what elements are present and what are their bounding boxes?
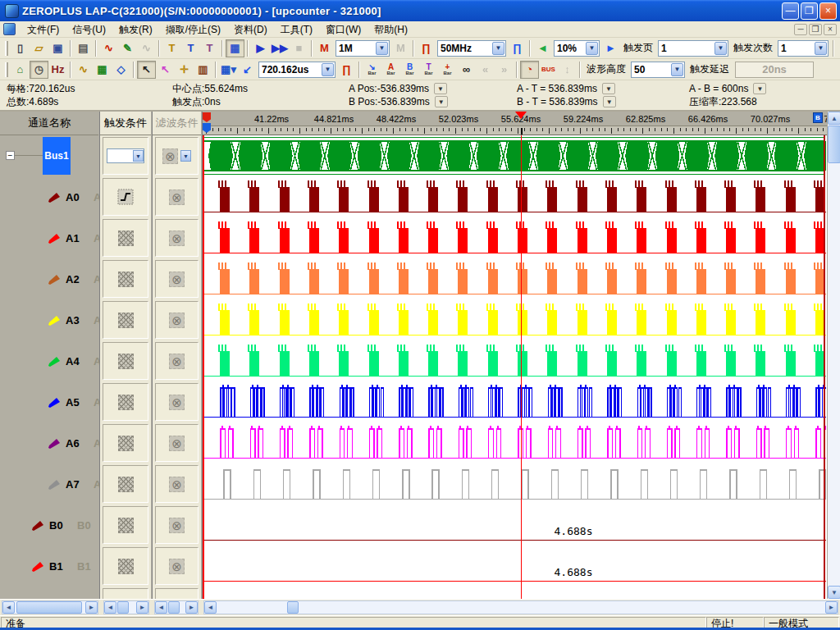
pen-color-icon[interactable] [48, 356, 62, 368]
restore-button[interactable]: ❐ [801, 2, 818, 20]
chevron-down-icon[interactable]: ▼ [815, 42, 827, 55]
channel-row-B0[interactable]: B0B0 [0, 504, 98, 546]
sample-rate-combo[interactable]: 50MHz▼ [437, 40, 506, 57]
chevron-down-icon[interactable]: ▼ [180, 150, 191, 162]
trigger-cell-A2[interactable] [100, 258, 151, 299]
square-wave-icon[interactable]: ∏ [508, 39, 527, 57]
waveform-row-blank[interactable] [203, 587, 827, 599]
save-icon[interactable]: ▣ [48, 39, 67, 57]
bus-filter-combo[interactable]: ⊗▼ [162, 148, 191, 164]
waveform-row-A3[interactable] [203, 299, 827, 340]
trigger-count-combo[interactable]: 1▼ [778, 40, 829, 57]
open-file-icon[interactable]: ▱ [30, 39, 48, 57]
channel-row-A4[interactable]: A4A4 [0, 340, 98, 381]
menu-item-3[interactable]: 撷取/停止(S) [159, 22, 227, 37]
filter-cell-B0[interactable]: ⊗ [153, 504, 201, 546]
trigger-cell-A3[interactable] [100, 299, 151, 340]
module-status-icon[interactable]: ▦ [226, 39, 244, 57]
b-bar-right-flag-icon[interactable]: B [813, 112, 823, 123]
trigger-level-icon[interactable]: ◄ [533, 39, 552, 57]
filter-cell-box[interactable]: ⊗ [155, 342, 199, 380]
b-bar-line[interactable] [824, 135, 825, 599]
sample-rate-icon[interactable]: ∏ [417, 39, 436, 57]
waveform-row-A7[interactable] [203, 463, 827, 504]
filter-cell-box[interactable]: ⊗ [155, 260, 199, 298]
wave-height-combo[interactable]: 50▼ [631, 62, 685, 78]
bus-trigger-combo[interactable]: ▼ [107, 148, 144, 163]
filter-cell-A4[interactable]: ⊗ [153, 340, 201, 381]
frequency-icon[interactable]: Hz [48, 61, 67, 79]
toolbar-grip[interactable] [5, 41, 8, 56]
trigger-hscrollbar[interactable]: ◄ ► [103, 600, 149, 614]
minimize-button[interactable]: — [782, 2, 799, 20]
sampling-setup-icon[interactable]: ∿ [99, 39, 118, 57]
run-repeat-icon[interactable]: ▶▶ [270, 39, 290, 57]
trigger-mark-icon[interactable]: T [181, 39, 200, 57]
filter-cell-A1[interactable]: ⊗ [153, 217, 201, 258]
channel-row-blank[interactable] [0, 587, 98, 599]
trigger-cell-box[interactable] [103, 260, 148, 298]
waveform-hscrollbar[interactable]: ◄ ► [203, 600, 838, 614]
scroll-thumb[interactable] [168, 601, 180, 614]
filter-cell-box[interactable]: ⊗ [155, 301, 199, 339]
b-t-dropdown[interactable]: ▼ [603, 96, 616, 107]
chevron-down-icon[interactable]: ▼ [671, 63, 683, 76]
filter-cell-box[interactable]: ⊗ [155, 383, 199, 421]
vertical-scrollbar[interactable]: ▲ ▼ [827, 112, 840, 599]
waveform-row-A2[interactable] [203, 258, 827, 299]
filter-cell-box[interactable]: ⊗ [155, 588, 199, 599]
filter-cell-A6[interactable]: ⊗ [153, 422, 201, 463]
hand-tool-icon[interactable]: ✛ [175, 61, 194, 79]
chevron-down-icon[interactable]: ▼ [586, 42, 598, 55]
trigger-cell-box[interactable] [103, 547, 148, 585]
trigger-cell-box[interactable] [103, 342, 148, 380]
filter-cell-box[interactable]: ⊗▼ [155, 137, 199, 175]
b-bar-icon[interactable]: BBar [400, 61, 419, 79]
print-icon[interactable]: ▤ [74, 39, 93, 57]
pulse-search-icon[interactable]: ∏ [337, 61, 356, 79]
filter-cell-A0[interactable]: ⊗ [153, 176, 201, 217]
menu-item-4[interactable]: 资料(D) [227, 22, 274, 37]
channel-row-A0[interactable]: A0A0 [0, 176, 98, 217]
trigger-cell-A1[interactable] [100, 217, 151, 258]
t-bar-icon[interactable]: TBar [419, 61, 438, 79]
trigger-cell-box[interactable] [103, 178, 148, 216]
scroll-left-icon[interactable]: ◄ [2, 601, 15, 614]
trigger-cell-A0[interactable] [100, 176, 151, 217]
chevron-down-icon[interactable]: ▼ [376, 42, 388, 55]
filter-cell-B1[interactable]: ⊗ [153, 546, 201, 587]
filter-cell-box[interactable]: ⊗ [155, 178, 199, 216]
scroll-left-icon[interactable]: ◄ [155, 601, 167, 614]
chevron-down-icon[interactable]: ▼ [492, 42, 504, 55]
channel-row-A1[interactable]: A1A1 [0, 217, 98, 258]
waveform-row-A4[interactable] [203, 340, 827, 381]
pen-color-icon[interactable] [48, 315, 62, 326]
scroll-left-icon[interactable]: ◄ [104, 601, 116, 614]
a-b-dropdown[interactable]: ▼ [753, 83, 766, 94]
channel-row-Bus1[interactable]: −Bus1 [0, 135, 98, 176]
channel-row-A7[interactable]: A7A7 [0, 463, 98, 504]
trigger-goto-icon[interactable]: ► [601, 39, 620, 57]
mdi-close-button[interactable]: × [824, 24, 837, 35]
scroll-right-icon[interactable]: ► [825, 601, 838, 614]
scroll-down-icon[interactable]: ▼ [828, 586, 840, 599]
pen-color-icon[interactable] [48, 192, 62, 203]
menu-item-7[interactable]: 帮助(H) [368, 22, 414, 37]
navigator-window-icon[interactable]: ◇ [112, 61, 130, 79]
filter-cell-blank[interactable]: ⊗ [153, 587, 201, 599]
channel-row-B1[interactable]: B1B1 [0, 546, 98, 587]
scroll-right-icon[interactable]: ► [85, 601, 98, 614]
trigger-cell-A6[interactable] [100, 422, 151, 463]
trigger-cell-box[interactable] [103, 465, 148, 503]
tree-collapse-icon[interactable]: − [6, 151, 15, 160]
bus-view-icon[interactable]: BUS [539, 61, 558, 79]
add-bar-icon[interactable]: +Bar [438, 61, 457, 79]
pen-color-icon[interactable] [48, 438, 62, 450]
waveform-row-A1[interactable] [203, 217, 827, 258]
trigger-property-icon[interactable]: T [162, 39, 181, 57]
pen-color-icon[interactable] [48, 274, 62, 285]
trigger-cell-box[interactable] [103, 219, 148, 257]
pen-color-icon[interactable] [31, 520, 46, 532]
filter-cell-box[interactable]: ⊗ [155, 465, 199, 503]
channel-row-A3[interactable]: A3A3 [0, 299, 98, 340]
